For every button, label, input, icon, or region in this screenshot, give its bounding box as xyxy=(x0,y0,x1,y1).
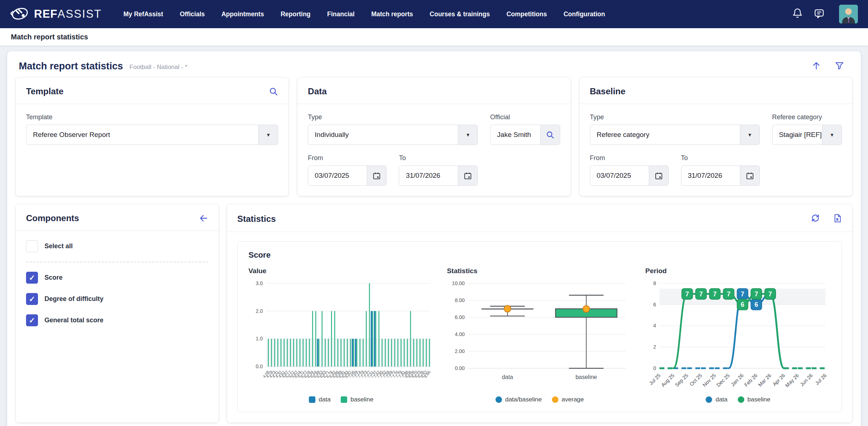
svg-text:0.00: 0.00 xyxy=(455,365,465,371)
calendar-icon[interactable] xyxy=(367,166,386,185)
baseline-type-label: Type xyxy=(590,113,760,121)
scroll-up-icon[interactable] xyxy=(812,61,821,72)
nav-item-configuration[interactable]: Configuration xyxy=(563,10,605,18)
checkbox-checked[interactable]: ✓ xyxy=(26,314,38,326)
chevron-down-icon: ▼ xyxy=(258,125,278,145)
calendar-icon[interactable] xyxy=(740,166,760,185)
page-title: Match report statistics xyxy=(19,61,123,72)
components-panel-title: Components xyxy=(26,213,79,223)
collapse-left-icon[interactable] xyxy=(199,214,208,223)
data-panel: Data Type Individually ▼ Official Jake xyxy=(298,78,570,196)
svg-text:7: 7 xyxy=(685,291,689,298)
chat-icon[interactable] xyxy=(814,8,825,20)
statistics-box-plot[interactable]: 0.002.004.006.008.0010.00databaseline xyxy=(447,278,633,395)
value-chart-block: Value 0.01.02.03.04.084.194.234.314.374.… xyxy=(248,267,434,403)
svg-text:0: 0 xyxy=(654,365,656,371)
legend-data: data xyxy=(309,396,331,403)
nav-item-my-refassist[interactable]: My RefAssist xyxy=(123,10,163,18)
legend-data: data xyxy=(706,396,727,403)
baseline-category-select[interactable]: Stagiair [REF] ▼ xyxy=(772,125,842,145)
svg-text:10.00: 10.00 xyxy=(452,280,464,286)
baseline-panel: Baseline Type Referee category ▼ Referee… xyxy=(580,78,852,196)
nav-item-courses-trainings[interactable]: Courses & trainings xyxy=(430,10,490,18)
svg-text:6: 6 xyxy=(755,301,758,308)
brand-logo[interactable]: REFASSIST xyxy=(10,6,102,22)
nav-item-reporting[interactable]: Reporting xyxy=(281,10,311,18)
bell-icon[interactable] xyxy=(792,8,803,20)
statistics-chart-title: Statistics xyxy=(447,267,633,275)
component-checkbox-degree-of-difficulty[interactable]: ✓Degree of difficulty xyxy=(26,293,208,305)
svg-text:Jun 26: Jun 26 xyxy=(799,373,814,387)
refresh-icon[interactable] xyxy=(810,213,820,224)
legend-baseline: baseline xyxy=(738,396,770,403)
checkbox-unchecked[interactable] xyxy=(26,240,38,252)
value-chart-legend: databaseline xyxy=(248,396,434,403)
nav-item-officials[interactable]: Officials xyxy=(180,10,205,18)
statistics-panel: Statistics xyxy=(227,205,852,422)
legend-average: average xyxy=(552,396,584,403)
nav-item-financial[interactable]: Financial xyxy=(327,10,355,18)
component-checkbox-general-total-score[interactable]: ✓General total score xyxy=(26,314,208,326)
period-line-chart[interactable]: 02468Jul 25Aug 25Sep 25Oct 25Nov 25Dec 2… xyxy=(645,278,831,395)
svg-text:6: 6 xyxy=(654,302,656,307)
checkbox-checked[interactable]: ✓ xyxy=(26,293,38,305)
data-type-label: Type xyxy=(308,113,478,121)
svg-text:Nov 25: Nov 25 xyxy=(702,373,717,388)
select-all-checkbox[interactable]: Select all xyxy=(26,240,208,252)
svg-text:6: 6 xyxy=(741,301,744,308)
template-field-label: Template xyxy=(26,113,278,121)
svg-text:Jan 26: Jan 26 xyxy=(730,373,745,387)
legend-baseline: baseline xyxy=(341,396,373,403)
nav-items: My RefAssistOfficialsAppointmentsReporti… xyxy=(123,10,792,18)
component-checkbox-score[interactable]: ✓Score xyxy=(26,272,208,284)
baseline-type-select[interactable]: Referee category ▼ xyxy=(590,125,760,145)
calendar-icon[interactable] xyxy=(458,166,477,185)
template-panel-title: Template xyxy=(26,86,64,96)
svg-text:3.0: 3.0 xyxy=(256,280,263,286)
svg-text:2.0: 2.0 xyxy=(256,308,263,314)
calendar-icon[interactable] xyxy=(649,166,668,185)
nav-item-match-reports[interactable]: Match reports xyxy=(371,10,413,18)
breadcrumb[interactable]: Match report statistics xyxy=(11,33,88,41)
score-section: Score Value 0.01.02.03.04.084.194.234.31… xyxy=(237,241,842,412)
period-chart-legend: databaseline xyxy=(645,396,831,403)
svg-text:Sep 25: Sep 25 xyxy=(674,373,689,388)
svg-text:2: 2 xyxy=(654,344,656,350)
whistle-logo-icon xyxy=(10,6,29,22)
svg-text:6.00: 6.00 xyxy=(455,314,465,320)
checkbox-checked[interactable]: ✓ xyxy=(26,272,38,284)
template-select[interactable]: Referee Observer Report ▼ xyxy=(26,125,278,145)
svg-text:7: 7 xyxy=(769,291,772,298)
user-avatar[interactable] xyxy=(839,5,858,23)
svg-text:7: 7 xyxy=(755,291,758,298)
value-bar-chart[interactable]: 0.01.02.03.04.084.194.234.314.374.614.67… xyxy=(248,278,434,395)
data-from-date[interactable]: 03/07/2025 xyxy=(308,165,387,186)
chevron-down-icon: ▼ xyxy=(458,125,477,145)
svg-text:baseline: baseline xyxy=(575,374,597,380)
data-to-date[interactable]: 31/07/2026 xyxy=(399,165,478,186)
svg-text:4: 4 xyxy=(654,323,656,328)
filter-icon[interactable] xyxy=(835,61,844,72)
period-chart-title: Period xyxy=(645,267,831,275)
svg-text:7: 7 xyxy=(713,291,717,298)
nav-item-competitions[interactable]: Competitions xyxy=(506,10,547,18)
svg-text:Feb 26: Feb 26 xyxy=(743,373,758,388)
baseline-from-date[interactable]: 03/07/2025 xyxy=(590,165,669,186)
data-type-select[interactable]: Individually ▼ xyxy=(308,125,478,145)
svg-text:Oct 25: Oct 25 xyxy=(689,373,703,387)
search-icon[interactable] xyxy=(269,87,278,96)
svg-text:8.00: 8.00 xyxy=(455,297,465,303)
brand-name: REFASSIST xyxy=(34,8,102,21)
export-excel-icon[interactable] xyxy=(833,214,842,224)
svg-text:8: 8 xyxy=(654,280,656,286)
data-to-label: To xyxy=(399,154,478,162)
search-icon[interactable] xyxy=(540,125,560,145)
data-official-input[interactable]: Jake Smith xyxy=(490,125,560,145)
legend-data-baseline: data/baseline xyxy=(495,396,542,403)
data-official-label: Official xyxy=(490,113,560,121)
baseline-to-label: To xyxy=(681,154,760,162)
period-chart-block: Period 02468Jul 25Aug 25Sep 25Oct 25Nov … xyxy=(645,267,831,403)
page-subtitle: Football - National - * xyxy=(129,64,187,71)
baseline-to-date[interactable]: 31/07/2026 xyxy=(681,165,760,186)
nav-item-appointments[interactable]: Appointments xyxy=(221,10,264,18)
